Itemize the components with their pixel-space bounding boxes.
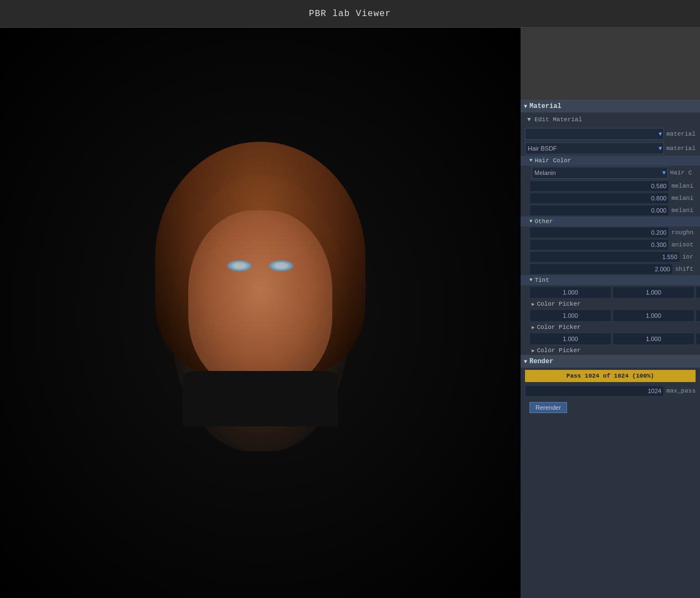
melanin-row-label-2: melani <box>669 207 693 214</box>
render-pass-label: max_pass <box>664 388 696 394</box>
other-row-2: ior <box>521 251 700 263</box>
hair-bsdf-label: material <box>664 145 696 152</box>
tint-seco-v2[interactable] <box>612 310 694 322</box>
color-picker-label-2: Color Picker <box>537 347 580 354</box>
color-picker-row-1[interactable]: ▶ Color Picker <box>521 323 700 332</box>
material-collapse-arrow: ▼ <box>524 104 527 110</box>
melanin-wrapper[interactable]: Melanin ▼ <box>532 167 668 179</box>
rerender-button[interactable]: Rerender <box>529 402 567 413</box>
color-picker-label-1: Color Picker <box>537 324 580 331</box>
tint-tran-v1[interactable] <box>529 333 611 345</box>
render-pass-input[interactable] <box>525 385 664 396</box>
tint-label: Tint <box>534 277 549 283</box>
edit-material-dropdown-row: ▼ material <box>521 127 700 141</box>
melanin-row-label-1: melani <box>669 195 693 202</box>
other-row-0: roughn <box>521 226 700 239</box>
app-title: PBR lab Viewer <box>309 9 391 19</box>
other-label-1: anisot <box>669 241 693 248</box>
render-collapse-arrow: ▼ <box>524 359 527 365</box>
preview-area <box>521 28 700 100</box>
tint-tran-row: tran <box>521 332 700 346</box>
tint-seco-v1[interactable] <box>529 310 611 322</box>
render-section-label: Render <box>529 358 553 365</box>
tint-seco-row: seco <box>521 308 700 323</box>
melanin-input-1[interactable] <box>529 193 669 204</box>
hair-bsdf-row: Hair BSDF ▼ material <box>521 141 700 156</box>
edit-material-row: ▼ Edit Material <box>521 112 700 127</box>
progress-bar-text: Pass 1024 of 1024 (100%) <box>525 370 696 382</box>
other-label-3: shift <box>673 266 693 272</box>
material-section: ▼ Material ▼ Edit Material ▼ material <box>521 100 700 355</box>
other-label-0: roughn <box>669 229 693 236</box>
tint-arrow: ▼ <box>529 277 532 283</box>
rerender-wrapper: Rerender <box>521 398 700 417</box>
color-picker-arrow-1: ▶ <box>532 324 534 331</box>
other-row-1: anisot <box>521 239 700 251</box>
tint-tran-v3[interactable] <box>696 333 700 345</box>
color-picker-row-2[interactable]: ▶ Color Picker <box>521 346 700 355</box>
viewport <box>0 28 521 598</box>
tint-spec-row: spec <box>521 285 700 300</box>
hair-color-arrow: ▼ <box>529 158 532 163</box>
melanin-input-0[interactable] <box>529 181 669 192</box>
color-picker-arrow-0: ▶ <box>532 301 534 307</box>
edit-material-field-label: material <box>664 131 696 137</box>
melanin-input-2[interactable] <box>529 205 669 216</box>
other-arrow: ▼ <box>529 219 532 224</box>
right-panel[interactable]: ▼ Material ▼ Edit Material ▼ material <box>521 28 700 598</box>
hair-color-header[interactable]: ▼ Hair Color <box>521 156 700 166</box>
melanin-value-row-2: melani <box>521 204 700 216</box>
other-header[interactable]: ▼ Other <box>521 216 700 226</box>
tint-tran-v2[interactable] <box>612 333 694 345</box>
tint-spec-v3[interactable] <box>696 286 700 298</box>
edit-material-dropdown-wrapper[interactable]: ▼ <box>525 128 664 140</box>
title-bar: PBR lab Viewer <box>0 0 700 28</box>
hair-bsdf-wrapper[interactable]: Hair BSDF ▼ <box>525 142 664 154</box>
other-row-3: shift <box>521 263 700 275</box>
melanin-dropdown-row: Melanin ▼ Hair C <box>521 166 700 180</box>
render-section-header[interactable]: ▼ Render <box>521 355 700 368</box>
progress-bar-container: Pass 1024 of 1024 (100%) <box>525 370 696 382</box>
edit-material-label: Edit Material <box>534 116 582 123</box>
hair-bsdf-select[interactable]: Hair BSDF <box>525 142 664 154</box>
tint-spec-v1[interactable] <box>529 286 611 298</box>
color-picker-row-0[interactable]: ▶ Color Picker <box>521 300 700 308</box>
other-label-2: ior <box>680 254 693 260</box>
edit-material-subsection-arrow: ▼ <box>527 116 531 123</box>
color-picker-arrow-2: ▶ <box>532 348 534 354</box>
main-layout: ▼ Material ▼ Edit Material ▼ material <box>0 28 700 598</box>
melanin-label: Hair C <box>668 169 696 176</box>
melanin-value-row-1: melani <box>521 192 700 204</box>
render-pass-row: max_pass <box>521 384 700 398</box>
material-section-label: Material <box>529 102 562 110</box>
tint-header[interactable]: ▼ Tint <box>521 275 700 285</box>
hair-color-label: Hair Color <box>534 157 571 164</box>
material-section-header[interactable]: ▼ Material <box>521 100 700 112</box>
bottom-spacer <box>521 417 700 528</box>
melanin-row-label-0: melani <box>669 183 693 189</box>
melanin-value-row-0: melani <box>521 180 700 192</box>
other-input-1[interactable] <box>529 239 669 250</box>
render-section: ▼ Render Pass 1024 of 1024 (100%) max_pa… <box>521 355 700 417</box>
other-input-2[interactable] <box>529 251 680 262</box>
other-label: Other <box>534 218 553 225</box>
tint-spec-v2[interactable] <box>612 286 694 298</box>
other-input-0[interactable] <box>529 227 669 238</box>
tint-seco-v3[interactable] <box>696 310 700 322</box>
edit-material-select[interactable] <box>525 128 664 140</box>
melanin-select[interactable]: Melanin <box>532 167 668 179</box>
other-input-3[interactable] <box>529 264 673 275</box>
color-picker-label-0: Color Picker <box>537 301 580 307</box>
